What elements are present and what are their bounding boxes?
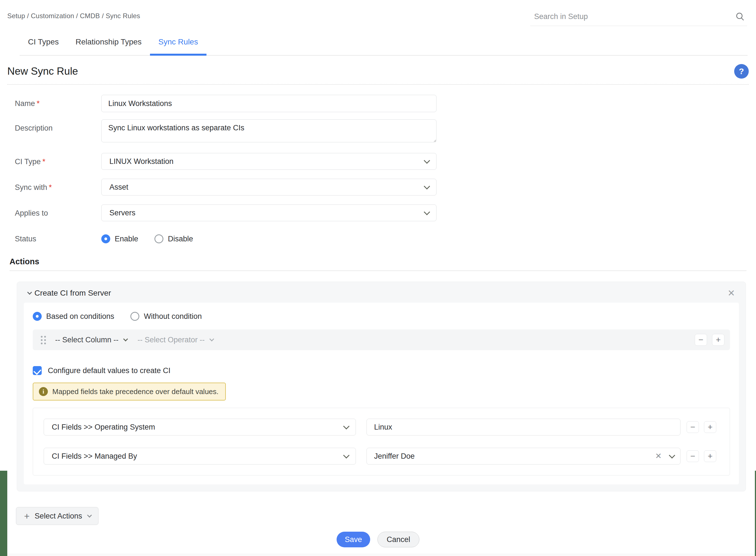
sync-with-label-text: Sync with	[15, 183, 47, 192]
chevron-down-icon	[424, 158, 430, 164]
form-row-name: Name*	[0, 95, 756, 112]
mapping-row-buttons: − +	[687, 450, 716, 462]
actions-heading: Actions	[9, 256, 747, 271]
required-asterisk: *	[37, 99, 40, 108]
sync-with-value: Asset	[109, 183, 424, 192]
tab-ci-types[interactable]: CI Types	[20, 37, 67, 55]
bottom-edge-strip	[7, 554, 755, 556]
collapse-chevron-icon[interactable]	[27, 290, 32, 295]
mapping-row: CI Fields >> Operating System − +	[44, 419, 719, 436]
name-label: Name*	[0, 95, 101, 108]
top-bar: Setup / Customization / CMDB / Sync Rule…	[0, 0, 756, 26]
radio-unselected-icon[interactable]	[154, 234, 163, 243]
info-icon: i	[39, 387, 48, 396]
condition-mode-group: Based on conditions Without condition	[33, 312, 730, 321]
add-mapping-button[interactable]: +	[704, 450, 716, 462]
tab-bar: CI Types Relationship Types Sync Rules	[20, 37, 748, 56]
page-title: New Sync Rule	[7, 65, 78, 77]
mapping-row: CI Fields >> Managed By Jeniffer Doe ✕ −…	[44, 448, 719, 464]
form-row-ci-type: CI Type* LINUX Workstation	[0, 153, 756, 170]
ci-type-select[interactable]: LINUX Workstation	[101, 153, 437, 170]
tab-sync-rules[interactable]: Sync Rules	[150, 37, 206, 55]
without-condition-label: Without condition	[144, 312, 202, 321]
search-icon[interactable]	[735, 11, 745, 22]
mapping-row-buttons: − +	[687, 421, 716, 433]
form-row-status: Status Enable Disable	[0, 230, 756, 244]
remove-mapping-button[interactable]: −	[687, 450, 699, 462]
action-card-body: Based on conditions Without condition --…	[24, 303, 739, 484]
ci-type-label: CI Type*	[0, 153, 101, 166]
chevron-down-icon	[424, 183, 430, 189]
plus-icon: +	[24, 511, 30, 521]
chevron-down-icon	[123, 337, 128, 342]
default-values-box: CI Fields >> Operating System − + CI Fie…	[33, 408, 730, 476]
help-icon[interactable]: ?	[734, 64, 749, 79]
action-card-create-ci: Create CI from Server ✕ Based on conditi…	[17, 282, 746, 491]
radio-selected-icon[interactable]	[101, 234, 110, 243]
name-field[interactable]	[101, 95, 437, 112]
search-input[interactable]	[534, 12, 735, 21]
managed-by-value-combo[interactable]: Jeniffer Doe ✕	[367, 448, 681, 464]
based-on-conditions-label: Based on conditions	[46, 312, 114, 321]
form-row-sync-with: Sync with* Asset	[0, 179, 756, 196]
disable-label: Disable	[168, 234, 193, 244]
action-card-header: Create CI from Server ✕	[24, 282, 739, 303]
select-column-dropdown[interactable]: -- Select Column --	[55, 336, 127, 344]
description-field[interactable]: Sync Linux workstations as separate CIs	[101, 119, 437, 142]
ci-field-value: CI Fields >> Managed By	[52, 452, 343, 461]
description-label: Description	[0, 119, 101, 133]
configure-defaults-label: Configure default values to create CI	[48, 366, 170, 375]
sync-with-select[interactable]: Asset	[101, 179, 437, 196]
left-edge-green-bar	[0, 471, 7, 556]
select-column-placeholder: -- Select Column --	[55, 336, 118, 344]
action-card-title: Create CI from Server	[34, 287, 111, 299]
tab-relationship-types[interactable]: Relationship Types	[67, 37, 150, 55]
form-footer: Save Cancel	[0, 532, 756, 547]
status-enable-radio[interactable]: Enable	[101, 234, 138, 244]
drag-handle-icon[interactable]	[40, 335, 47, 345]
info-banner-text: Mapped fields take precedence over defau…	[52, 387, 218, 396]
status-disable-radio[interactable]: Disable	[154, 234, 193, 244]
based-on-conditions-radio[interactable]: Based on conditions	[33, 312, 114, 321]
sync-with-label: Sync with*	[0, 179, 101, 192]
radio-selected-icon[interactable]	[33, 312, 42, 321]
radio-unselected-icon[interactable]	[130, 312, 139, 321]
ci-type-value: LINUX Workstation	[109, 157, 424, 166]
chevron-down-icon	[209, 337, 214, 342]
clear-icon[interactable]: ✕	[655, 452, 662, 460]
required-asterisk: *	[42, 158, 45, 166]
close-icon[interactable]: ✕	[727, 289, 735, 298]
ci-field-value: CI Fields >> Operating System	[52, 423, 343, 431]
select-actions-button[interactable]: + Select Actions	[16, 507, 99, 525]
form-row-applies-to: Applies to Servers	[0, 204, 756, 221]
ci-field-select-operating-system[interactable]: CI Fields >> Operating System	[44, 419, 356, 436]
condition-row-buttons: − +	[695, 334, 724, 346]
remove-mapping-button[interactable]: −	[687, 421, 699, 433]
checkbox-checked-icon[interactable]	[33, 366, 42, 375]
add-condition-button[interactable]: +	[712, 334, 724, 346]
select-operator-dropdown[interactable]: -- Select Operator --	[138, 336, 213, 344]
operating-system-value-input[interactable]	[374, 423, 674, 431]
chevron-down-icon[interactable]	[669, 452, 676, 459]
ci-field-select-managed-by[interactable]: CI Fields >> Managed By	[44, 448, 356, 464]
chevron-down-icon	[424, 209, 430, 215]
required-asterisk: *	[49, 183, 52, 192]
applies-to-value: Servers	[109, 209, 424, 217]
info-banner: i Mapped fields take precedence over def…	[33, 383, 226, 401]
breadcrumb[interactable]: Setup / Customization / CMDB / Sync Rule…	[7, 11, 140, 21]
default-value-field[interactable]	[367, 419, 681, 436]
chevron-down-icon	[343, 423, 350, 429]
add-mapping-button[interactable]: +	[704, 421, 716, 433]
status-label: Status	[0, 230, 101, 244]
enable-label: Enable	[115, 234, 138, 244]
configure-defaults-checkbox-row[interactable]: Configure default values to create CI	[33, 366, 730, 375]
cancel-button[interactable]: Cancel	[377, 532, 419, 547]
save-button[interactable]: Save	[337, 532, 370, 547]
without-condition-radio[interactable]: Without condition	[130, 312, 202, 321]
remove-condition-button[interactable]: −	[695, 334, 707, 346]
applies-to-select[interactable]: Servers	[101, 204, 437, 221]
applies-to-label: Applies to	[0, 204, 101, 218]
setup-search[interactable]	[530, 11, 747, 26]
select-actions-label: Select Actions	[35, 512, 82, 520]
form-row-description: Description Sync Linux workstations as s…	[0, 119, 756, 143]
